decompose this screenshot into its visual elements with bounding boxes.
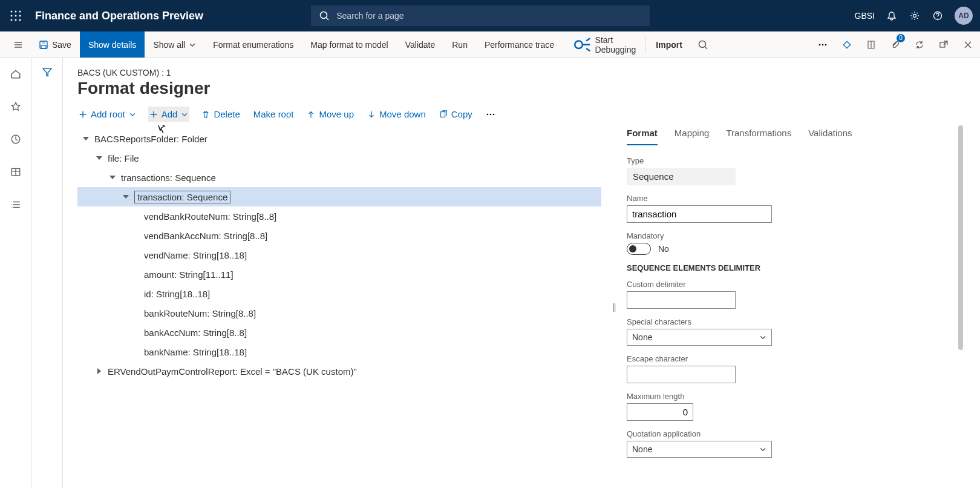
tree-row[interactable]: id: String[18..18] [77,284,601,303]
import-button[interactable]: Import [647,31,691,58]
validate-button[interactable]: Validate [397,31,444,58]
bell-icon[interactable] [886,10,898,22]
overflow-button[interactable] [811,31,835,58]
refresh-button[interactable] [907,31,932,58]
name-label: Name [627,194,950,203]
tree-pane: BACSReportsFolder: Folder file: File tra… [77,125,601,488]
type-value: Sequence [627,168,736,185]
tree-row[interactable]: amount: String[11..11] [77,265,601,284]
designer-toolbar: Add root Add Delete Make root Move up Mo… [77,107,965,122]
help-icon[interactable] [932,10,944,22]
move-down-button[interactable]: Move down [366,107,427,122]
move-up-button[interactable]: Move up [305,107,355,122]
tree-row[interactable]: vendBankAccNum: String[8..8] [77,226,601,245]
diamond-button[interactable] [835,31,859,58]
breadcrumb: BACS (UK CUSTOM) : 1 [77,68,965,77]
global-header: Finance and Operations Preview GBSI AD [0,0,980,31]
page-title: Format designer [77,79,965,98]
gear-icon[interactable] [909,10,921,22]
performance-trace-button[interactable]: Performance trace [476,31,563,58]
maxlen-input[interactable] [627,403,693,421]
tree-row[interactable]: bankAccNum: String[8..8] [77,323,601,342]
close-button[interactable] [956,31,980,58]
mandatory-toggle[interactable] [627,243,651,255]
rail-favorites[interactable] [6,97,25,116]
tree-row[interactable]: file: File [77,148,601,168]
tree-row[interactable]: transactions: Sequence [77,168,601,187]
copy-button[interactable]: Copy [438,107,474,122]
tree-row[interactable]: vendBankRouteNum: String[8..8] [77,206,601,226]
custom-delimiter-input[interactable] [627,291,736,309]
rail-recent[interactable] [6,130,25,149]
splitter-handle[interactable]: ‖ [611,125,617,488]
find-button[interactable] [691,31,715,58]
mandatory-value: No [658,244,669,254]
main-area: BACS (UK CUSTOM) : 1 Format designer Add… [0,58,980,488]
scrollbar[interactable] [958,125,963,350]
delete-button[interactable]: Delete [200,107,241,122]
add-root-button[interactable]: Add root [77,107,137,122]
add-button[interactable]: Add [148,107,190,122]
tree-row[interactable]: ERVendOutPaymControlReport: Excel = "BAC… [77,361,601,381]
expander-icon[interactable] [108,173,117,182]
escape-input[interactable] [627,366,736,383]
content: BACS (UK CUSTOM) : 1 Format designer Add… [63,58,980,488]
name-input[interactable] [627,205,772,223]
chevron-down-icon [189,41,196,48]
avatar[interactable]: AD [955,7,973,25]
map-format-button[interactable]: Map format to model [302,31,396,58]
tree-row[interactable]: BACSReportsFolder: Folder [77,129,601,148]
type-label: Type [627,156,950,165]
properties-pane: Format Mapping Transformations Validatio… [627,125,965,488]
separator [645,36,646,53]
expander-icon[interactable] [94,366,104,376]
tree-row[interactable]: bankRouteNum: String[8..8] [77,303,601,323]
quotation-select[interactable]: None [627,441,772,458]
search-input[interactable] [336,11,642,21]
tab-format[interactable]: Format [627,125,658,145]
rail-modules[interactable] [6,195,25,214]
tab-mapping[interactable]: Mapping [675,125,710,145]
attachments-badge: 0 [897,34,905,42]
custom-delimiter-label: Custom delimiter [627,280,950,289]
filter-icon[interactable] [42,67,53,488]
tree-row[interactable]: vendName: String[18..18] [77,245,601,265]
search-icon [318,10,330,22]
tab-validations[interactable]: Validations [808,125,852,145]
popout-button[interactable] [932,31,956,58]
attachments-button[interactable]: 0 [883,31,907,58]
waffle-icon[interactable] [7,7,24,24]
special-chars-select[interactable]: None [627,329,772,346]
escape-label: Escape character [627,354,950,363]
start-debugging-button[interactable]: Start Debugging [563,31,644,58]
rail-workspaces[interactable] [6,162,25,182]
special-chars-label: Special characters [627,317,950,326]
filter-column [31,58,63,488]
show-details-button[interactable]: Show details [80,31,145,58]
app-title: Finance and Operations Preview [35,10,203,22]
run-button[interactable]: Run [443,31,476,58]
save-button[interactable]: Save [30,31,80,58]
chevron-down-icon [759,446,766,453]
global-search[interactable] [311,5,650,26]
maxlen-label: Maximum length [627,392,950,401]
make-root-button[interactable]: Make root [252,107,295,122]
show-all-button[interactable]: Show all [145,31,204,58]
tree-row-selected[interactable]: transaction: Sequence [77,187,601,206]
expander-icon[interactable] [81,134,91,143]
tenant-label: GBSI [855,11,875,21]
nav-toggle-button[interactable] [6,31,30,58]
chevron-down-icon [759,334,766,341]
tab-transformations[interactable]: Transformations [726,125,791,145]
book-button[interactable] [859,31,883,58]
tree-row[interactable]: bankName: String[18..18] [77,342,601,361]
toolbar-overflow[interactable] [485,107,497,122]
quotation-label: Quotation application [627,429,950,438]
command-bar: Save Show details Show all Format enumer… [0,31,980,58]
rail-home[interactable] [6,64,25,84]
expander-icon[interactable] [94,153,104,163]
chevron-down-icon [181,111,188,118]
expander-icon[interactable] [121,192,131,202]
format-enumerations-button[interactable]: Format enumerations [204,31,302,58]
properties-tabs: Format Mapping Transformations Validatio… [627,125,950,145]
